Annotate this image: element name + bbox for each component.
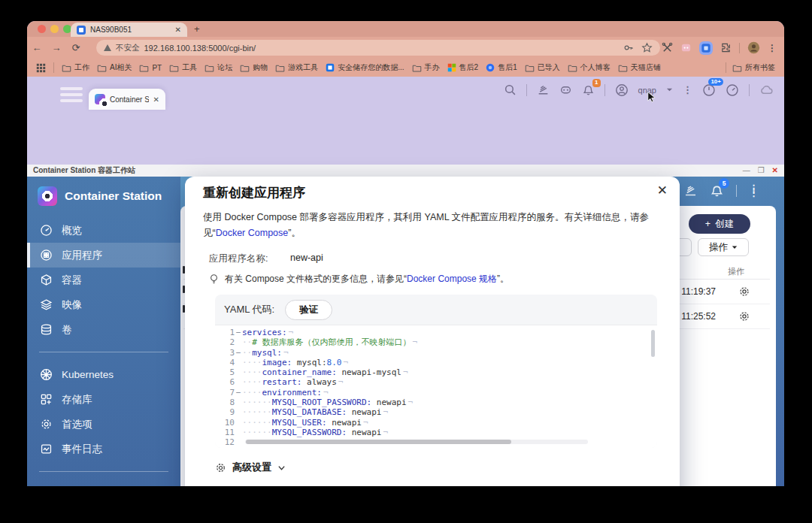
- chevron-down-icon: [732, 244, 738, 250]
- code-line[interactable]: 8······MYSQL_ROOT_PASSWORD: newapi¬: [215, 398, 657, 407]
- cs-window-titlebar[interactable]: Container Station 容器工作站 — ❐ ✕: [27, 165, 784, 177]
- cs-more-menu-icon[interactable]: ⋮⋮: [749, 186, 759, 195]
- bookmark-item[interactable]: PT: [139, 63, 162, 73]
- cs-notifications[interactable]: 5: [710, 183, 724, 198]
- bookmark-item[interactable]: 工具: [169, 62, 197, 73]
- code-line[interactable]: 7−····environment:¬: [215, 388, 657, 398]
- sidebar-item-应用程序[interactable]: 应用程序: [27, 243, 180, 268]
- qnap-queue-icon[interactable]: [537, 83, 550, 96]
- forward-icon[interactable]: →: [47, 42, 66, 53]
- browser-menu-icon[interactable]: ⋮: [768, 43, 777, 53]
- code-line[interactable]: 4····image: mysql:8.0¬: [215, 358, 657, 367]
- macos-minimize-button[interactable]: [50, 25, 59, 33]
- yaml-code-editor[interactable]: 1−services:¬2··# 数据库服务（仅内部使用，不映射端口）¬3−··…: [215, 325, 657, 448]
- row-actions-gear-icon[interactable]: [738, 286, 750, 298]
- code-line[interactable]: 9······MYSQL_DATABASE: newapi¬: [215, 407, 657, 417]
- row-actions-gear-icon[interactable]: [738, 310, 750, 322]
- sidebar-item-概览[interactable]: 概览: [27, 218, 180, 243]
- bookmark-item[interactable]: 已导入: [525, 62, 560, 73]
- new-tab-button[interactable]: +: [194, 23, 200, 35]
- modal-close-icon[interactable]: ✕: [657, 183, 668, 198]
- qnap-background-tasks[interactable]: 10+: [702, 83, 716, 97]
- resource-monitor-icon[interactable]: [726, 83, 739, 97]
- bookmark-item[interactable]: AI相关: [97, 62, 132, 73]
- macos-close-button[interactable]: [38, 25, 46, 33]
- code-line[interactable]: 10······MYSQL_USER: newapi¬: [215, 418, 657, 428]
- qnap-search-icon[interactable]: [504, 83, 517, 96]
- bookmark-item[interactable]: 手办: [412, 62, 440, 73]
- sidebar-item-映像[interactable]: 映像: [27, 292, 180, 317]
- editor-hscrollbar[interactable]: [245, 440, 588, 444]
- cs-queue-icon[interactable]: [683, 183, 698, 198]
- line-number: 5: [215, 367, 235, 377]
- fold-marker[interactable]: −: [235, 388, 242, 398]
- bookmark-item[interactable]: 工作: [62, 62, 89, 73]
- apps-grid-icon[interactable]: [36, 63, 46, 73]
- sidebar-item-容器[interactable]: 容器: [27, 268, 180, 292]
- fold-marker[interactable]: −: [235, 328, 242, 337]
- line-number: 10: [215, 418, 235, 428]
- extensions-puzzle-icon[interactable]: [720, 42, 732, 53]
- window-maximize-icon[interactable]: ❐: [758, 167, 765, 174]
- line-number: 7: [215, 388, 235, 398]
- create-button[interactable]: + 创建: [689, 214, 750, 234]
- sidebar-item-首选项[interactable]: 首选项: [27, 412, 180, 437]
- qnap-main-menu-icon[interactable]: [60, 87, 83, 105]
- editor-vscrollbar-thumb[interactable]: [651, 330, 655, 357]
- window-minimize-icon[interactable]: —: [743, 167, 750, 174]
- qnap-assistant-icon[interactable]: [559, 83, 572, 96]
- bookmark-item[interactable]: 论坛: [205, 62, 232, 73]
- bookmark-item[interactable]: 天猫店铺: [618, 62, 661, 73]
- docker-compose-link[interactable]: Docker Compose: [216, 228, 289, 238]
- extension-active-icon[interactable]: [699, 41, 713, 55]
- qnap-notifications[interactable]: 1: [582, 83, 595, 96]
- modal-description: 使用 Docker Compose 部署多容器应用程序，其利用 YAML 文件配…: [203, 210, 665, 241]
- user-menu-chevron-icon[interactable]: [666, 86, 673, 93]
- qnap-app-tab-close-icon[interactable]: ✕: [153, 95, 159, 104]
- extension-scissors-icon[interactable]: [662, 42, 673, 53]
- refresh-icon[interactable]: ⟳: [66, 42, 86, 53]
- back-icon[interactable]: ←: [27, 42, 47, 53]
- validate-button[interactable]: 验证: [285, 300, 332, 320]
- url-bar[interactable]: 不安全 192.168.100.138:5000/cgi-bin/: [96, 40, 660, 56]
- passkey-icon[interactable]: [623, 42, 634, 53]
- window-close-icon[interactable]: ✕: [772, 167, 778, 174]
- sidebar-item-应用程序模板[interactable]: 应用程序模板: [27, 482, 180, 486]
- bookmark-item[interactable]: 个人博客: [568, 62, 611, 73]
- actions-dropdown-button[interactable]: 操作: [698, 238, 749, 256]
- extension-pink-icon[interactable]: [680, 42, 692, 53]
- compose-spec-link[interactable]: Docker Compose 规格: [407, 274, 497, 284]
- sidebar-item-事件日志[interactable]: 事件日志: [27, 437, 180, 461]
- actions-column-header: 操作: [728, 266, 744, 277]
- code-line[interactable]: 2··# 数据库服务（仅内部使用，不映射端口）¬: [215, 337, 657, 347]
- bookmark-item[interactable]: 游戏工具: [275, 62, 318, 73]
- bookmark-item[interactable]: 安全储存您的数据...: [326, 62, 404, 73]
- qnap-more-menu-icon[interactable]: ⋮: [683, 84, 692, 95]
- sidebar-item-kubernetes[interactable]: Kubernetes: [27, 362, 180, 387]
- fold-marker[interactable]: −: [235, 348, 242, 358]
- all-bookmarks-item[interactable]: 所有书签: [732, 62, 775, 73]
- advanced-settings-toggle[interactable]: 高级设置: [215, 461, 286, 474]
- code-line[interactable]: 1−services:¬: [215, 328, 657, 337]
- code-line[interactable]: 3−··mysql:¬: [215, 348, 657, 358]
- tab-close-icon[interactable]: ✕: [175, 26, 181, 34]
- browser-tab[interactable]: NAS90B051 ✕: [71, 23, 187, 37]
- user-avatar-icon[interactable]: [615, 83, 629, 97]
- bookmark-item[interactable]: 购物: [240, 62, 268, 73]
- qnap-desktop: Container S... ✕ 1 qnap ⋮ 10+: [27, 77, 784, 486]
- code-line[interactable]: 6····restart: always¬: [215, 377, 657, 387]
- profile-avatar[interactable]: [747, 41, 760, 54]
- line-content: services:¬: [242, 328, 293, 337]
- bookmark-label: 个人博客: [580, 62, 611, 73]
- bookmark-item[interactable]: 售后1: [486, 62, 517, 73]
- sidebar-item-存储库[interactable]: 存储库: [27, 387, 180, 412]
- qnap-app-tab[interactable]: Container S... ✕: [89, 89, 165, 110]
- code-line[interactable]: 5····container_name: newapi-mysql¬: [215, 367, 657, 377]
- bookmark-star-icon[interactable]: [641, 42, 653, 53]
- editor-hscrollbar-thumb[interactable]: [246, 440, 511, 444]
- cloud-icon[interactable]: [759, 83, 774, 97]
- bookmark-item[interactable]: 售后2: [447, 62, 479, 73]
- url-text[interactable]: 192.168.100.138:5000/cgi-bin/: [144, 44, 256, 53]
- sidebar-item-卷[interactable]: 卷: [27, 317, 180, 342]
- code-line[interactable]: 11······MYSQL_PASSWORD: newapi¬: [215, 428, 657, 437]
